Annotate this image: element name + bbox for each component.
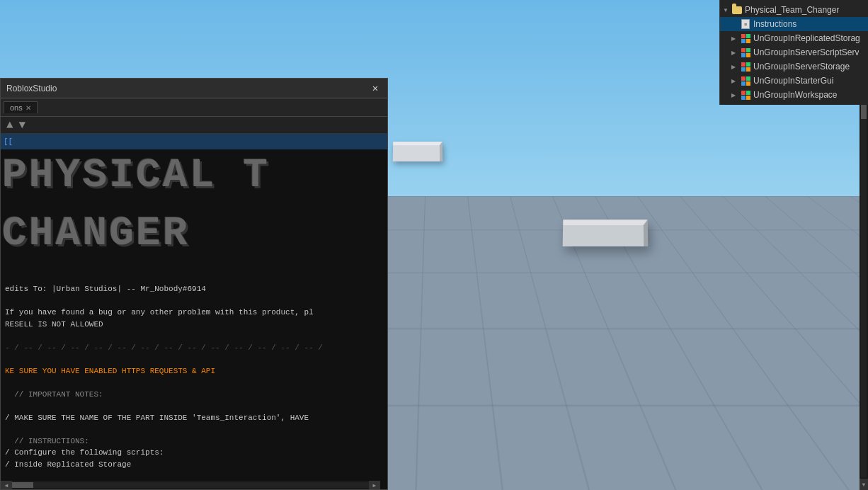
module-icon-serverstorage bbox=[740, 61, 751, 72]
tree-arrow-ungroupreplicated: ▶ bbox=[731, 35, 740, 42]
tree-arrow-ungroupserverstorage: ▶ bbox=[731, 64, 740, 70]
script-line bbox=[5, 423, 383, 435]
block-2 bbox=[563, 220, 649, 246]
editor-input[interactable] bbox=[4, 137, 384, 146]
tree-label-physical-team-changer: Physical_Team_Changer bbox=[745, 5, 839, 15]
tree-arrow-instructions bbox=[731, 21, 740, 28]
tree-arrow-ungroupstartergui: ▶ bbox=[731, 78, 740, 84]
tree-arrow-expand: ▼ bbox=[723, 7, 731, 13]
script-line bbox=[5, 377, 383, 389]
module-icon-workspace bbox=[740, 89, 751, 101]
tree-arrow-ungroupserver: ▶ bbox=[731, 50, 740, 56]
hscroll-right-btn[interactable]: ▶ bbox=[369, 481, 380, 489]
tree-label-ungroupstartergui: UnGroupInStarterGui bbox=[753, 76, 833, 86]
script-line bbox=[5, 400, 383, 412]
script-line bbox=[5, 295, 383, 307]
tree-item-ungroupinstartergui[interactable]: ▶ UnGroupInStarterGui bbox=[720, 74, 868, 88]
editor-tab-instructions[interactable]: ons ✕ bbox=[4, 101, 38, 113]
script-content: edits To: |Urban Studios| -- Mr_Nobody#6… bbox=[1, 280, 387, 489]
tree-label-ungroupreplicated: UnGroupInReplicatedStorag bbox=[753, 33, 860, 43]
scrollbar-track bbox=[861, 91, 867, 477]
editor-close-button[interactable]: ✕ bbox=[369, 82, 382, 95]
script-line-comment: // INSTRUCTIONS: bbox=[5, 435, 383, 448]
hscroll-track bbox=[12, 482, 369, 488]
tree-item-ungroupinserverscriptserv[interactable]: ▶ UnGroupInServerScriptServ bbox=[720, 45, 868, 59]
editor-tabs: ons ✕ bbox=[1, 98, 387, 117]
script-line: RESELL IS NOT ALLOWED bbox=[5, 319, 383, 331]
tree-label-ungroupworkspace: UnGroupInWorkspace bbox=[753, 90, 838, 100]
pixel-text-physical: PHYSICAL T bbox=[2, 155, 270, 196]
hscroll-thumb[interactable] bbox=[12, 482, 33, 488]
script-image-area: PHYSICAL T CHANGER bbox=[1, 149, 387, 280]
editor-window: RobloxStudio ✕ ons ✕ ▲ ▼ PHYSICAL T CHAN… bbox=[0, 78, 388, 490]
editor-hscrollbar: ◀ ▶ bbox=[1, 481, 380, 489]
scrollbar-down-btn[interactable]: ▼ bbox=[860, 479, 868, 490]
module-icon-serverscript bbox=[740, 47, 751, 58]
scroll-up-btn[interactable]: ▲ bbox=[4, 119, 16, 132]
tab-close-button[interactable]: ✕ bbox=[25, 104, 31, 112]
scroll-down-btn[interactable]: ▼ bbox=[16, 119, 29, 132]
tree-label-ungroupserver: UnGroupInServerScriptServ bbox=[753, 47, 859, 57]
script-icon: ≡ bbox=[740, 18, 751, 30]
tab-label: ons bbox=[10, 103, 23, 112]
tree-label-instructions: Instructions bbox=[753, 19, 796, 29]
tree-item-ungroupinworkspace[interactable]: ▶ UnGroupInWorkspace bbox=[720, 88, 868, 102]
module-icon-replicated bbox=[740, 33, 751, 44]
editor-titlebar: RobloxStudio ✕ bbox=[1, 79, 387, 98]
explorer-panel: ▼ Physical_Team_Changer ≡ Instructions ▶… bbox=[719, 0, 868, 105]
tree-item-physical-team-changer[interactable]: ▼ Physical_Team_Changer bbox=[720, 3, 868, 17]
tree-item-instructions[interactable]: ≡ Instructions bbox=[720, 17, 868, 31]
editor-title: RobloxStudio bbox=[6, 84, 57, 93]
script-line: / Configure the following scripts: bbox=[5, 447, 383, 459]
block-1 bbox=[393, 142, 442, 161]
editor-input-row bbox=[1, 134, 387, 149]
tree-arrow-ungroupworkspace: ▶ bbox=[731, 92, 740, 98]
script-line: edits To: |Urban Studios| -- Mr_Nobody#6… bbox=[5, 283, 383, 295]
editor-toolbar: ▲ ▼ bbox=[1, 117, 387, 134]
hscroll-left-btn[interactable]: ◀ bbox=[1, 481, 12, 489]
module-icon-startergui bbox=[740, 75, 751, 86]
script-line: / MAKE SURE THE NAME OF THE PART INSIDE … bbox=[5, 412, 383, 424]
script-line bbox=[5, 330, 383, 342]
script-line bbox=[5, 353, 383, 365]
tree-label-ungroupserverstorage: UnGroupInServerStorage bbox=[753, 62, 850, 72]
script-line: / Inside Replicated Storage bbox=[5, 459, 383, 471]
tree-item-ungroupinserverstorage[interactable]: ▶ UnGroupInServerStorage bbox=[720, 59, 868, 74]
script-line-separator: - / -- / -- / -- / -- / -- / -- / -- / -… bbox=[5, 342, 383, 354]
pixel-text-changer: CHANGER bbox=[2, 213, 190, 254]
editor-vertical-scrollbar: ▲ ▼ bbox=[860, 78, 868, 490]
tree-item-ungroupinreplicatedstorage[interactable]: ▶ UnGroupInReplicatedStorag bbox=[720, 31, 868, 45]
script-line-comment: // IMPORTANT NOTES: bbox=[5, 389, 383, 401]
script-line-important: KE SURE YOU HAVE ENABLED HTTPS REQUESTS … bbox=[5, 365, 383, 377]
folder-icon bbox=[731, 4, 743, 16]
script-line: If you have found a bug or any other pro… bbox=[5, 307, 383, 319]
